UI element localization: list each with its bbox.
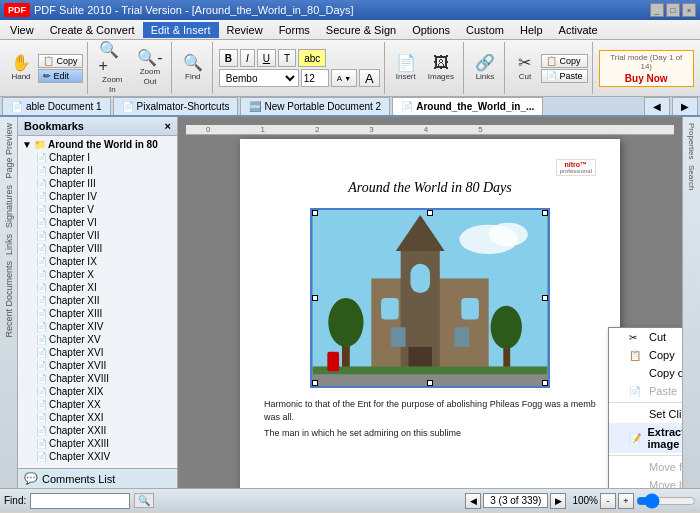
font-size-up[interactable]: A [359,69,380,87]
copy-button[interactable]: 📋 Copy [38,54,83,68]
bookmark-item-20[interactable]: 📄Chapter XXI [20,411,175,424]
zoom-out-button[interactable]: 🔍- Zoom Out [133,46,167,90]
copy-clipboard-button[interactable]: 📋 Copy [541,54,588,68]
bookmark-item-8[interactable]: 📄Chapter IX [20,255,175,268]
menu-create-convert[interactable]: Create & Convert [42,22,143,38]
bookmarks-close[interactable]: × [165,120,171,132]
bookmark-label-16: Chapter XVII [49,360,106,371]
bookmark-item-22[interactable]: 📄Chapter XXIII [20,437,175,450]
ctx-extract-text[interactable]: 📝 Extract text from image [609,423,682,453]
insert-button[interactable]: 📄 Insert [391,46,421,90]
ctx-set-clip[interactable]: Set Clip [609,405,682,423]
zoom-out-status-button[interactable]: - [600,493,616,509]
handle-mr[interactable] [542,295,548,301]
bookmark-item-21[interactable]: 📄Chapter XXII [20,424,175,437]
edit-button[interactable]: ✏ Edit [38,69,83,83]
bookmark-item-6[interactable]: 📄Chapter VII [20,229,175,242]
menu-help[interactable]: Help [512,22,551,38]
bookmark-item-14[interactable]: 📄Chapter XV [20,333,175,346]
buy-now-button[interactable]: Buy Now [606,73,688,84]
sidebar-item-page-preview[interactable]: Page Preview [2,121,16,181]
cut-button[interactable]: ✂ Cut [511,46,539,90]
bookmark-item-19[interactable]: 📄Chapter XX [20,398,175,411]
font-size-input[interactable] [301,69,329,87]
bookmark-item-9[interactable]: 📄Chapter X [20,268,175,281]
maximize-button[interactable]: □ [666,3,680,17]
bookmark-item-13[interactable]: 📄Chapter XIV [20,320,175,333]
handle-br[interactable] [542,380,548,386]
minimize-button[interactable]: _ [650,3,664,17]
images-button[interactable]: 🖼 Images [423,46,459,90]
menu-activate[interactable]: Activate [551,22,606,38]
tab-2[interactable]: 🆕 New Portable Document 2 [240,97,390,115]
bookmark-item-5[interactable]: 📄Chapter VI [20,216,175,229]
sidebar-item-links[interactable]: Links [2,232,16,257]
menu-forms[interactable]: Forms [271,22,318,38]
bookmark-label-7: Chapter VIII [49,243,102,254]
tab-1[interactable]: 📄 Pixalmator-Shortcuts [113,97,239,115]
page-prev-button[interactable]: ◀ [465,493,481,509]
italic-button[interactable]: I [240,49,255,67]
sidebar-item-recent-docs[interactable]: Recent Documents [2,259,16,340]
toolbar-area: ✋ Hand 📋 Copy ✏ Edit 🔍+ Zoom In 🔍- Zoom … [0,40,700,97]
sidebar-item-signatures[interactable]: Signatures [2,183,16,230]
bookmark-item-7[interactable]: 📄Chapter VIII [20,242,175,255]
handle-bl[interactable] [312,380,318,386]
bookmark-item-16[interactable]: 📄Chapter XVII [20,359,175,372]
font-name-select[interactable]: Bembo [219,69,299,87]
paste-button[interactable]: 📄 Paste [541,69,588,83]
find-search-icon[interactable]: 🔍 [134,493,154,508]
bookmark-item-2[interactable]: 📄Chapter III [20,177,175,190]
ctx-copy[interactable]: 📋 Copy [609,346,682,364]
find-button[interactable]: 🔍 Find [178,46,208,90]
hand-tool-button[interactable]: ✋ Hand [6,46,36,90]
handle-tr[interactable] [542,210,548,216]
tab-nav-left[interactable]: ◀ [644,97,670,115]
bookmark-item-1[interactable]: 📄Chapter II [20,164,175,177]
tab-0[interactable]: 📄 able Document 1 [2,97,111,115]
handle-tm[interactable] [427,210,433,216]
font-size-down[interactable]: A [331,69,357,87]
bookmark-item-4[interactable]: 📄Chapter V [20,203,175,216]
comments-list-label[interactable]: Comments List [42,473,115,485]
sidebar-properties[interactable]: Properties [685,121,698,161]
page-image[interactable] [310,208,550,388]
tab-3[interactable]: 📄 Around_the_World_in_... [392,97,543,115]
handle-tl[interactable] [312,210,318,216]
handle-bm[interactable] [427,380,433,386]
menu-options[interactable]: Options [404,22,458,38]
zoom-in-button[interactable]: 🔍+ Zoom In [94,46,132,90]
zoom-out-label: Zoom [140,67,160,76]
underline-button[interactable]: U [257,49,276,67]
chapter-icon-17: 📄 [36,374,47,384]
handle-ml[interactable] [312,295,318,301]
bookmark-item-0[interactable]: 📄Chapter I [20,151,175,164]
ctx-cut[interactable]: ✂ Cut [609,328,682,346]
menu-custom[interactable]: Custom [458,22,512,38]
menu-review[interactable]: Review [219,22,271,38]
page-next-button[interactable]: ▶ [550,493,566,509]
bookmark-item-10[interactable]: 📄Chapter XI [20,281,175,294]
zoom-slider[interactable] [636,494,696,508]
close-button[interactable]: × [682,3,696,17]
text-button[interactable]: T [278,49,296,67]
links-button[interactable]: 🔗 Links [470,46,500,90]
sidebar-search[interactable]: Search [685,163,698,192]
tab-nav-right[interactable]: ▶ [672,97,698,115]
bookmark-item-15[interactable]: 📄Chapter XVI [20,346,175,359]
bookmark-item-18[interactable]: 📄Chapter XIX [20,385,175,398]
bookmark-item-17[interactable]: 📄Chapter XVIII [20,372,175,385]
bookmark-item-3[interactable]: 📄Chapter IV [20,190,175,203]
bookmark-item-23[interactable]: 📄Chapter XXIV [20,450,175,463]
highlight-button[interactable]: abc [298,49,326,67]
ctx-copy-original[interactable]: Copy original image [609,364,682,382]
zoom-in-status-button[interactable]: + [618,493,634,509]
bookmark-item-12[interactable]: 📄Chapter XIII [20,307,175,320]
find-input[interactable] [30,493,130,509]
menu-secure-sign[interactable]: Secure & Sign [318,22,404,38]
menu-edit-insert[interactable]: Edit & Insert [143,22,219,38]
bookmark-item-11[interactable]: 📄Chapter XII [20,294,175,307]
title-bar-controls[interactable]: _ □ × [650,3,696,17]
bold-button[interactable]: B [219,49,238,67]
menu-view[interactable]: View [2,22,42,38]
